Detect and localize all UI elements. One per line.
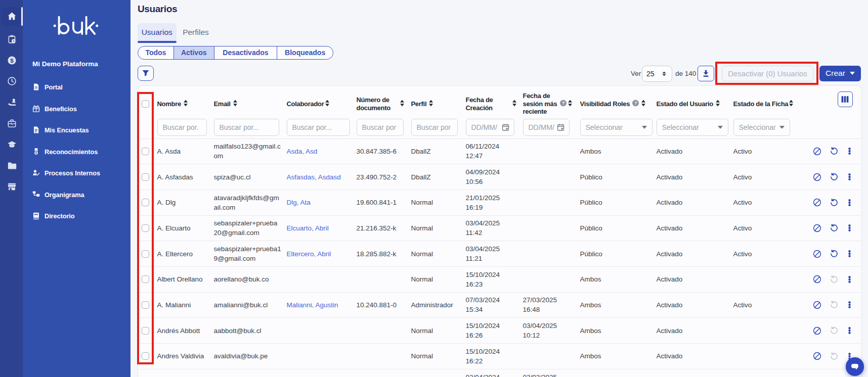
svg-text:$: $	[10, 57, 14, 63]
svg-text:?: ?	[561, 101, 564, 106]
svg-text:?: ?	[634, 101, 636, 106]
